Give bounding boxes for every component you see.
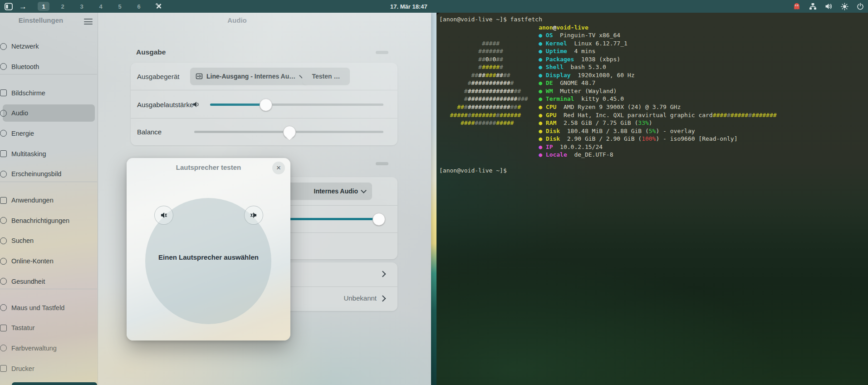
- speaker-right-icon: [250, 211, 258, 219]
- terminal-line: ##### ● Kernel Linux 6.12.77_1: [439, 39, 868, 48]
- sidebar-item-netzwerk[interactable]: Netzwerk: [3, 38, 95, 55]
- terminal-line: ################## ● Terminal kitty 0.45…: [439, 95, 868, 103]
- chevron-right-icon: [379, 271, 386, 277]
- balance-slider[interactable]: [194, 126, 383, 138]
- output-device-dropdown[interactable]: Line-Ausgang - Internes Au…: [190, 68, 309, 85]
- network-icon[interactable]: [809, 2, 817, 10]
- arrow-right-icon: →: [19, 3, 27, 10]
- sidebar-item-bildschirme[interactable]: Bildschirme: [3, 84, 95, 102]
- terminal-line: ####### ● Shell bash 5.3.0: [439, 63, 868, 71]
- close-icon[interactable]: ×: [272, 162, 285, 174]
- sidebar-item-online-konten[interactable]: Online-Konten: [3, 252, 95, 270]
- terminal-line: ####### ● Uptime 4 mins: [439, 47, 868, 55]
- sidebar-divider: [0, 182, 97, 182]
- sidebar-divider: [0, 74, 97, 74]
- brightness-icon[interactable]: [840, 2, 848, 10]
- menu-icon[interactable]: [84, 19, 93, 25]
- sidebar-item-label: Audio: [11, 109, 28, 117]
- output-volume-slider[interactable]: [210, 99, 383, 110]
- sidebar-item-label: Anwendungen: [11, 197, 54, 204]
- terminal-line: ########### ● Display 1920x1080, 60 Hz: [439, 71, 868, 79]
- terminal-content: [anon@void-live ~]$ fastfetch anon@void-…: [436, 13, 868, 175]
- terminal-line: [anon@void-live ~]$ fastfetch: [439, 15, 868, 24]
- output-section-heading: Ausgabe: [136, 48, 166, 56]
- tools-icon[interactable]: [155, 2, 163, 10]
- input-level-meter: [376, 162, 388, 165]
- online-accounts-icon: [0, 258, 7, 265]
- sidebar-item-label: Maus und Tastfeld: [11, 304, 64, 311]
- printer-icon: [0, 365, 7, 372]
- sidebar-item-drucker[interactable]: Drucker: [3, 360, 95, 377]
- workspace-6[interactable]: 6: [133, 2, 145, 11]
- terminal-line: anon@void-live: [439, 24, 868, 32]
- power-icon[interactable]: [856, 2, 864, 10]
- terminal-line: ● Disk 180.48 MiB / 3.88 GiB (5%) - over…: [439, 127, 868, 135]
- clock[interactable]: 17. Mär 18:47: [390, 0, 463, 13]
- sidebar-item-label: Farbverwaltung: [11, 345, 57, 352]
- sidebar-item-farbverwaltung[interactable]: Farbverwaltung: [3, 340, 95, 357]
- page-title: Audio: [98, 16, 377, 24]
- multitasking-icon: [0, 150, 7, 157]
- audio-icon: [0, 110, 7, 117]
- sidebar-item-multitasking[interactable]: Multitasking: [3, 145, 95, 163]
- appearance-icon: [0, 171, 7, 178]
- sidebar-item-bluetooth[interactable]: Bluetooth: [3, 58, 95, 75]
- slider-knob[interactable]: [260, 99, 272, 111]
- terminal-line: ################ ● WM Mutter (Wayland): [439, 87, 868, 95]
- sidebar-item-benachrichtigungen[interactable]: Benachrichtigungen: [3, 212, 95, 229]
- balance-label: Balance: [137, 128, 162, 136]
- sidebar-item-label: Bluetooth: [11, 63, 39, 70]
- mouse-icon: [0, 304, 7, 311]
- sidebar-item-label: Tastatur: [11, 324, 35, 331]
- sidebar-item-energie[interactable]: Energie: [3, 125, 95, 142]
- terminal-line: ● OS Pinguin-TV x86_64: [439, 31, 868, 39]
- speaker-volume-icon: [192, 100, 201, 109]
- terminal-line: ● Locale de_DE.UTF-8: [439, 151, 868, 159]
- sidebar-item-label: Gesundheit: [11, 278, 45, 285]
- test-speakers-button[interactable]: Testen …: [302, 68, 350, 85]
- front-left-speaker-button[interactable]: [154, 206, 173, 225]
- volume-icon[interactable]: [824, 2, 833, 10]
- terminal-line: [anon@void-live ~]$: [439, 167, 868, 175]
- workspace-switcher: 123456: [38, 2, 145, 11]
- sidebar-item-label: Benachrichtigungen: [11, 217, 69, 224]
- chevron-down-icon: [361, 188, 367, 193]
- sidebar-item-anwendungen[interactable]: Anwendungen: [3, 192, 95, 209]
- search-icon: [0, 237, 7, 244]
- sidebar-item-label: Multitasking: [11, 150, 46, 158]
- sidebar-item-audio[interactable]: Audio: [3, 104, 95, 122]
- dialog-title: Lautsprecher testen: [127, 163, 290, 171]
- color-icon: [0, 345, 7, 351]
- soundcard-icon: [196, 73, 203, 80]
- terminal-window[interactable]: [anon@void-live ~]$ fastfetch anon@void-…: [436, 13, 868, 385]
- sidebar-item-gesundheit[interactable]: Gesundheit: [3, 273, 95, 290]
- sidebar-item-label: Bildschirme: [11, 89, 45, 97]
- workspace-3[interactable]: 3: [76, 2, 88, 11]
- window-switcher-icon[interactable]: [5, 2, 13, 10]
- front-right-speaker-button[interactable]: [244, 206, 263, 225]
- background-window-edge: [12, 382, 97, 385]
- alert-sound-value: Unbekannt: [343, 294, 377, 302]
- sidebar-title: Einstellungen: [0, 16, 82, 24]
- terminal-line: ################## ● CPU AMD Ryzen 9 390…: [439, 103, 868, 111]
- sidebar-item-maus-und-tastfeld[interactable]: Maus und Tastfeld: [3, 299, 95, 316]
- top-bar: → 123456 17. Mär 18:47: [0, 0, 868, 13]
- workspace-5[interactable]: 5: [114, 2, 126, 11]
- chevron-right-icon: [379, 295, 386, 301]
- terminal-line: #################### ● GPU Red Hat, Inc.…: [439, 111, 868, 119]
- slider-knob[interactable]: [283, 126, 296, 138]
- workspace-2[interactable]: 2: [57, 2, 69, 11]
- workspace-1[interactable]: 1: [38, 2, 49, 11]
- ghost-indicator-icon[interactable]: [793, 2, 801, 10]
- sidebar-item-tastatur[interactable]: Tastatur: [3, 319, 95, 336]
- displays-icon: [0, 89, 7, 96]
- workspace-4[interactable]: 4: [95, 2, 107, 11]
- sidebar-item-suchen[interactable]: Suchen: [3, 232, 95, 249]
- sidebar-item-label: Suchen: [11, 237, 34, 244]
- settings-sidebar: Einstellungen NetzwerkBluetoothBildschir…: [0, 13, 98, 385]
- sidebar-item-erscheinungsbild[interactable]: Erscheinungsbild: [3, 165, 95, 183]
- network-icon: [0, 43, 7, 50]
- slider-knob[interactable]: [373, 213, 385, 226]
- output-volume-label: Ausgabelautstärke: [137, 101, 193, 109]
- sidebar-item-label: Online-Konten: [11, 257, 54, 265]
